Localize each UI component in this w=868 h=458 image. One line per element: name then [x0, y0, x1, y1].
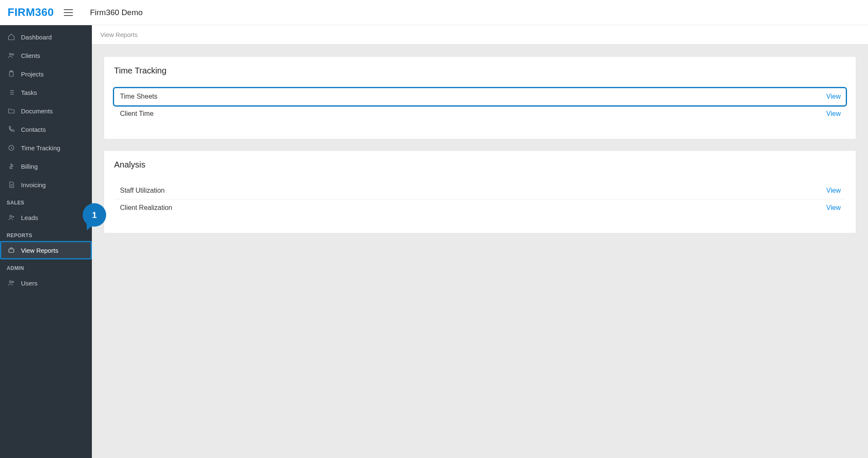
report-row-label: Client Time [120, 110, 154, 118]
phone-icon [8, 126, 15, 133]
sidebar-item-label: Users [21, 280, 37, 287]
sidebar-item-label: Documents [21, 107, 53, 115]
sidebar-section-sales: SALES [0, 194, 92, 208]
view-link[interactable]: View [826, 204, 841, 212]
card-analysis: Analysis Staff Utilization View Client R… [104, 150, 856, 233]
main-content: View Reports Time Tracking Time Sheets V… [92, 25, 868, 458]
sidebar: Dashboard Clients Projects Tasks Documen [0, 25, 92, 458]
clock-icon [8, 144, 15, 152]
card-time-tracking: Time Tracking Time Sheets View Client Ti… [104, 56, 856, 139]
report-row-label: Staff Utilization [120, 187, 164, 194]
sidebar-item-dashboard[interactable]: Dashboard [0, 28, 92, 46]
sidebar-item-tasks[interactable]: Tasks [0, 83, 92, 102]
sidebar-item-documents[interactable]: Documents [0, 102, 92, 120]
topbar: FIRM360 Firm360 Demo [0, 0, 868, 25]
sidebar-item-label: Time Tracking [21, 144, 60, 152]
report-row-client-time[interactable]: Client Time View [114, 105, 846, 122]
sidebar-item-invoicing[interactable]: Invoicing [0, 175, 92, 194]
sidebar-item-clients[interactable]: Clients [0, 46, 92, 65]
view-link[interactable]: View [826, 187, 841, 194]
sidebar-item-billing[interactable]: Billing [0, 157, 92, 175]
sidebar-item-label: Billing [21, 163, 38, 170]
report-row-client-realization[interactable]: Client Realization View [114, 199, 846, 216]
sidebar-item-label: Contacts [21, 126, 46, 133]
sidebar-item-users[interactable]: Users [0, 274, 92, 292]
users-icon [8, 52, 15, 59]
sidebar-item-label: Invoicing [21, 181, 46, 188]
report-row-time-sheets[interactable]: Time Sheets View [114, 88, 846, 105]
svg-point-17 [10, 281, 12, 283]
document-icon [8, 181, 15, 188]
user-plus-icon [8, 214, 15, 221]
report-row-label: Time Sheets [120, 93, 157, 100]
sidebar-item-label: Clients [21, 52, 40, 59]
svg-point-13 [10, 215, 12, 217]
svg-point-0 [10, 53, 12, 55]
sidebar-section-admin: ADMIN [0, 259, 92, 274]
briefcase-icon [8, 246, 15, 254]
svg-rect-16 [9, 249, 14, 252]
users-icon [8, 279, 15, 287]
folder-icon [8, 107, 15, 115]
report-row-label: Client Realization [120, 204, 172, 212]
breadcrumb: View Reports [92, 25, 868, 44]
card-title: Analysis [114, 160, 846, 170]
svg-point-1 [12, 54, 14, 55]
view-link[interactable]: View [826, 110, 841, 118]
sidebar-item-label: Leads [21, 214, 38, 221]
sidebar-section-reports: REPORTS [0, 227, 92, 241]
sidebar-item-time-tracking[interactable]: Time Tracking [0, 139, 92, 157]
sidebar-item-leads[interactable]: Leads [0, 208, 92, 227]
logo[interactable]: FIRM360 [8, 6, 54, 19]
view-link[interactable]: View [826, 93, 841, 100]
callout-bubble: 1 [83, 203, 106, 227]
sidebar-item-projects[interactable]: Projects [0, 65, 92, 83]
sidebar-item-label: Dashboard [21, 34, 52, 41]
sidebar-item-label: Projects [21, 71, 44, 78]
sidebar-item-label: Tasks [21, 89, 37, 96]
sidebar-item-label: View Reports [21, 247, 58, 254]
dollar-icon [8, 162, 15, 170]
home-icon [8, 33, 15, 41]
report-row-staff-utilization[interactable]: Staff Utilization View [114, 182, 846, 199]
sidebar-item-contacts[interactable]: Contacts [0, 120, 92, 139]
page-title: Firm360 Demo [90, 8, 143, 17]
list-icon [8, 89, 15, 96]
card-title: Time Tracking [114, 66, 846, 76]
clipboard-icon [8, 70, 15, 78]
sidebar-item-view-reports[interactable]: View Reports [0, 241, 92, 259]
menu-toggle-icon[interactable] [64, 8, 73, 17]
svg-point-18 [12, 281, 14, 283]
